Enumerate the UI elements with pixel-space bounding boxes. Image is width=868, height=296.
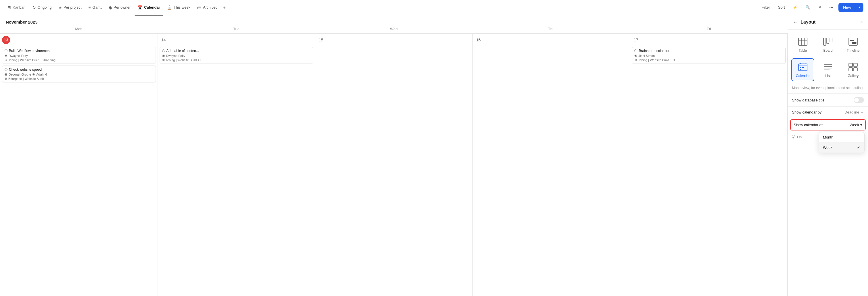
calendar-layout-icon <box>797 62 809 72</box>
nav-label-gantt: Gantt <box>92 5 102 9</box>
day-headers-row: Mon Tue Wed Thu Fri <box>0 27 787 34</box>
project-icon: ⊕ <box>5 58 7 62</box>
assignee-icon-3: ◉ <box>32 73 35 76</box>
task-project-add-table: ⊕ Tching | Website Build + B <box>162 58 311 62</box>
task-title-build-webflow: Build Webflow environment <box>5 49 153 53</box>
task-project-build-webflow: ⊕ Tching | Website Build + Branding <box>5 58 153 62</box>
show-calendar-as-value[interactable]: Week ▾ <box>849 123 862 127</box>
show-calendar-as-row: Show calendar as Week ▾ Month Week ✓ <box>790 119 866 131</box>
panel-close-button[interactable]: × <box>860 19 863 25</box>
panel-back-button[interactable]: ← <box>793 19 798 25</box>
nav-item-per-owner[interactable]: ◉ Per owner <box>105 3 133 11</box>
layout-option-calendar[interactable]: Calendar <box>792 58 814 81</box>
gallery-layout-icon <box>847 62 859 72</box>
sort-label: Sort <box>778 5 785 9</box>
ongoing-icon: ↻ <box>32 5 36 10</box>
day-cell-16[interactable]: 16 <box>473 34 630 296</box>
nav-item-this-week[interactable]: 📋 This week <box>164 3 193 11</box>
svg-rect-8 <box>849 40 854 41</box>
day-header-tue: Tue <box>158 27 315 31</box>
layout-option-board[interactable]: Board <box>817 33 840 56</box>
filter-button[interactable]: Filter <box>759 3 773 11</box>
task-meta-add-table: ◉ Dwayne Felty <box>162 54 311 57</box>
add-view-button[interactable]: + <box>222 3 227 11</box>
task-title-check-speed: Check website speed <box>5 68 153 72</box>
layout-option-table[interactable]: Table <box>792 33 814 56</box>
task-card-brainstorm[interactable]: Brainstorm color op... ◉ Jibril Simon ⊕ … <box>632 47 786 64</box>
timeline-layout-icon <box>847 36 859 47</box>
task-status-circle <box>634 49 637 52</box>
layout-panel: ← Layout × Table <box>787 15 868 296</box>
task-status-circle <box>5 49 7 52</box>
nav-item-archived[interactable]: 🗃 Archived <box>194 3 220 11</box>
svg-rect-23 <box>849 68 852 71</box>
more-button[interactable]: ••• <box>826 3 836 11</box>
new-button-label: New <box>838 3 856 12</box>
show-database-title-toggle[interactable] <box>854 97 864 103</box>
show-calendar-by-value[interactable]: Deadline → <box>844 110 864 114</box>
task-card-check-speed[interactable]: Check website speed ◉ Devorah Grothe ◉ A… <box>2 65 156 82</box>
day-cell-15[interactable]: 15 <box>315 34 473 296</box>
dropdown-week-label: Week <box>823 145 832 150</box>
svg-rect-15 <box>802 67 804 68</box>
nav-item-kanban[interactable]: ⊞ Kanban <box>5 3 28 11</box>
layout-option-gallery[interactable]: Gallery <box>842 58 865 81</box>
timeline-layout-label: Timeline <box>847 49 860 53</box>
svg-rect-21 <box>849 63 852 67</box>
project-icon-2: ⊕ <box>5 77 7 80</box>
task-title-add-table: Add table of conten... <box>162 49 311 53</box>
show-database-title-row: Show database title <box>788 94 868 107</box>
svg-rect-7 <box>849 38 857 46</box>
search-button[interactable]: 🔍 <box>803 3 813 11</box>
assignee-icon: ◉ <box>5 54 7 57</box>
lightning-icon: ⚡ <box>793 5 797 9</box>
layout-option-list[interactable]: List <box>817 58 840 81</box>
layout-option-timeline[interactable]: Timeline <box>842 33 865 56</box>
assignee-icon-2: ◉ <box>5 73 7 76</box>
nav-label-per-owner: Per owner <box>114 5 131 9</box>
task-card-build-webflow[interactable]: Build Webflow environment ◉ Dwayne Felty… <box>2 47 156 64</box>
svg-rect-0 <box>799 38 807 46</box>
project-icon-3: ⊕ <box>162 58 165 62</box>
layout-options-grid: Table Board <box>788 30 868 85</box>
task-meta-build-webflow: ◉ Dwayne Felty <box>5 54 153 57</box>
help-circle-icon: ⓪ <box>792 134 795 139</box>
nav-label-kanban: Kanban <box>12 5 26 9</box>
dropdown-item-month[interactable]: Month <box>819 132 864 142</box>
new-button[interactable]: New ▾ <box>838 3 863 12</box>
calendar-area: November 2023 Mon Tue Wed Thu Fri 13 Bui… <box>0 15 787 296</box>
per-project-icon: ◈ <box>59 5 62 10</box>
day-number-14: 14 <box>160 36 167 44</box>
nav-label-this-week: This week <box>174 5 191 9</box>
panel-description: Month view, for event planning and sched… <box>788 85 868 94</box>
archived-icon: 🗃 <box>197 5 201 10</box>
sort-button[interactable]: Sort <box>775 3 787 11</box>
task-project-check-speed: ⊕ Bourgeon | Website Audit <box>5 77 153 80</box>
calendar-header: November 2023 <box>0 15 787 27</box>
day-header-fri: Fri <box>630 27 787 31</box>
calendar-as-dropdown-menu: Month Week ✓ <box>818 132 865 153</box>
calendar-as-chevron-icon: ▾ <box>860 123 862 127</box>
lightning-button[interactable]: ⚡ <box>790 3 800 11</box>
task-card-add-table[interactable]: Add table of conten... ◉ Dwayne Felty ⊕ … <box>160 47 313 64</box>
kanban-icon: ⊞ <box>7 5 11 10</box>
search-icon: 🔍 <box>805 5 810 9</box>
board-layout-icon <box>822 36 834 47</box>
dropdown-item-week[interactable]: Week ✓ <box>819 142 864 153</box>
task-meta-brainstorm: ◉ Jibril Simon <box>634 54 783 57</box>
day-cell-17[interactable]: 17 Brainstorm color op... ◉ Jibril Simon… <box>630 34 787 296</box>
gantt-icon: ≡ <box>88 5 91 10</box>
filter-label: Filter <box>762 5 770 9</box>
panel-options-label: Op <box>797 135 802 139</box>
nav-item-per-project[interactable]: ◈ Per project <box>56 3 84 11</box>
day-cell-14[interactable]: 14 Add table of conten... ◉ Dwayne Felty… <box>158 34 315 296</box>
svg-rect-5 <box>827 38 829 44</box>
share-button[interactable]: ↗ <box>815 3 824 11</box>
nav-item-ongoing[interactable]: ↻ Ongoing <box>30 3 55 11</box>
new-button-chevron[interactable]: ▾ <box>856 3 863 11</box>
day-cell-13[interactable]: 13 Build Webflow environment ◉ Dwayne Fe… <box>0 34 158 296</box>
nav-item-calendar[interactable]: 📅 Calendar <box>135 3 163 11</box>
nav-item-gantt[interactable]: ≡ Gantt <box>86 3 104 11</box>
nav-label-calendar: Calendar <box>144 5 160 9</box>
show-calendar-by-row: Show calendar by Deadline → <box>788 107 868 118</box>
